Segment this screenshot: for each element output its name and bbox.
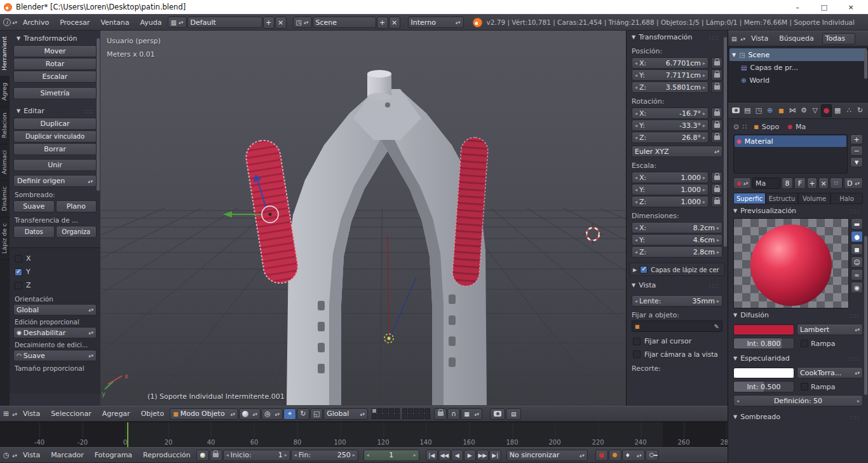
layer-cell[interactable] [377,414,383,419]
layer-cell[interactable] [372,408,377,413]
checkbox-z[interactable] [15,282,22,289]
decrement-arrow[interactable]: ◂ [226,452,229,458]
increment-arrow[interactable]: ▸ [703,135,705,141]
decrement-arrow[interactable]: ◂ [635,187,637,193]
mirror-axis-y-row[interactable]: Y [13,265,97,279]
specular-color-swatch[interactable] [733,368,794,378]
position-y-field[interactable]: ◂Y:7.7171cm▸ [632,69,709,81]
tab-physics[interactable]: ↻ [855,104,865,117]
increment-arrow[interactable]: ▸ [353,452,355,458]
increment-arrow[interactable]: ▸ [703,199,705,205]
layer-cell[interactable] [383,414,388,419]
pin-icon[interactable]: ⊙ [733,123,739,131]
tab-particles[interactable]: ∴ [844,104,855,117]
tab-material[interactable]: ● [821,104,832,117]
outliner-filter-select[interactable]: Todas [822,33,855,45]
play-button[interactable]: ▶ [464,450,476,461]
lock-cursor-row[interactable]: Fijar al cursor [632,335,722,348]
outliner-menu-busqueda[interactable]: Búsqueda [774,32,819,45]
panel-drag-handle[interactable]: :::: [850,356,860,362]
layer-cell[interactable] [389,414,394,419]
type-tab-surface[interactable]: Superfic [733,193,766,204]
decrement-arrow[interactable]: ◂ [635,298,637,304]
insert-keyframe-button[interactable] [646,450,658,461]
increment-arrow[interactable]: ▸ [703,111,705,116]
close-button[interactable]: × [837,0,864,14]
outliner-scrollbar[interactable] [864,50,867,79]
tool-tab-relaciones[interactable]: Relacion [0,107,10,144]
mirror-button[interactable]: Simetría [13,87,97,99]
layer-cell[interactable] [414,408,419,413]
frame-start-field[interactable]: ◂Inicio:1▸ [223,450,290,461]
panel-edit-header[interactable]: ▼Editar:::: [13,104,97,117]
layers-widget[interactable] [372,408,430,419]
layer-cell[interactable] [419,408,424,413]
play-reverse-button[interactable]: ◀ [451,450,463,461]
pivot-point-select[interactable]: ◎▲▼ [261,408,283,420]
npanel-scrollbar[interactable] [724,37,727,247]
shade-smooth-button[interactable]: Suave [13,200,55,212]
add-slot-button[interactable]: + [850,134,863,144]
remove-slot-button[interactable]: − [850,146,863,156]
specular-ramp-checkbox[interactable] [801,383,808,390]
data-link-select[interactable]: D▲▼ [844,177,863,189]
layer-cell[interactable] [395,414,400,419]
panel-drag-handle[interactable]: :::: [850,208,860,214]
scale-y-field[interactable]: ◂Y:1.000▸ [632,184,709,195]
decrement-arrow[interactable]: ◂ [635,60,637,66]
timeline-menu-vista[interactable]: Vista [18,449,45,461]
dimension-x-field[interactable]: ◂X:8.2cm▸ [632,222,722,233]
set-origin-menu[interactable]: Definir origen▲▼ [13,175,97,187]
lock-layers-toggle[interactable] [434,408,447,420]
increment-arrow[interactable]: ▸ [857,398,860,404]
layer-cell[interactable] [372,414,377,419]
gpencil-layers-header[interactable]: ▶Capas de lápiz de cer [629,263,725,276]
view3d-menu-objeto[interactable]: Objeto [136,408,170,420]
menu-archivo[interactable]: Archivo [18,17,54,29]
menu-procesar[interactable]: Procesar [55,17,95,29]
increment-arrow[interactable]: ▸ [703,175,705,181]
join-button[interactable]: Unir [13,159,97,171]
shade-flat-button[interactable]: Plano [56,200,97,212]
layer-cell[interactable] [402,408,407,413]
layer-cell[interactable] [383,408,388,413]
lock-camera-row[interactable]: Fijar cámara a la vista [632,348,722,361]
viewport-3d[interactable]: x y Usuario (persp) Meters x 0.01 (1) So… [100,31,626,406]
decrement-arrow[interactable]: ◂ [635,175,637,181]
eyedropper-icon[interactable]: ✎ [714,323,719,330]
scale-z-field[interactable]: ◂Z:1.000▸ [632,196,709,207]
lens-field[interactable]: ◂Lente:35mm▸ [632,295,722,307]
outliner-row-renderlayers[interactable]: ▤ Capas de pr... [729,61,867,74]
lock-position-z[interactable] [711,81,722,93]
diffuse-intensity-slider[interactable]: Int: 0.800 [733,338,794,349]
viewport-canvas[interactable]: x y [100,31,626,406]
specular-intensity-slider[interactable]: Int: 0.500 [733,381,794,392]
layer-cell[interactable] [402,414,407,419]
material-slot-row[interactable]: ● Material [735,135,846,147]
close-scene-button[interactable]: × [389,17,400,29]
decrement-arrow[interactable]: ◂ [635,135,637,141]
frame-end-field[interactable]: ◂Fin:250▸ [291,450,358,461]
tool-shelf-scrollbar[interactable] [97,38,100,191]
lock-cursor-checkbox[interactable] [633,338,641,345]
unlink-material-button[interactable]: × [818,177,829,189]
keying-set-select[interactable]: ♦▲▼ [622,450,645,461]
expand-icon[interactable]: ▼ [732,52,736,58]
next-keyframe-button[interactable]: ▶▶ [477,450,489,461]
tool-tab-lapiz[interactable]: Lápiz de c [0,218,10,260]
layer-cell[interactable] [425,408,430,413]
increment-arrow[interactable]: ▸ [703,187,705,193]
new-material-button[interactable]: + [807,177,817,189]
preview-monkey-button[interactable]: ☺ [851,256,863,268]
preview-cube-button[interactable]: ◼ [851,244,863,255]
use-nodes-button[interactable]: ∷ [830,177,843,189]
outliner-row-world[interactable]: ⊕ World [729,74,867,86]
duplicate-button[interactable]: Duplicar [13,118,97,130]
decrement-arrow[interactable]: ◂ [736,398,739,404]
render-engine-select[interactable]: Interno▲▼ [408,17,464,28]
panel-drag-handle[interactable]: :::: [850,414,860,420]
preview-hair-button[interactable]: ≈ [851,269,863,280]
browse-material-button[interactable]: ●▲▼ [733,177,751,189]
increment-arrow[interactable]: ▸ [703,60,705,66]
scene-browse[interactable]: ◳▲▼ [293,17,312,28]
